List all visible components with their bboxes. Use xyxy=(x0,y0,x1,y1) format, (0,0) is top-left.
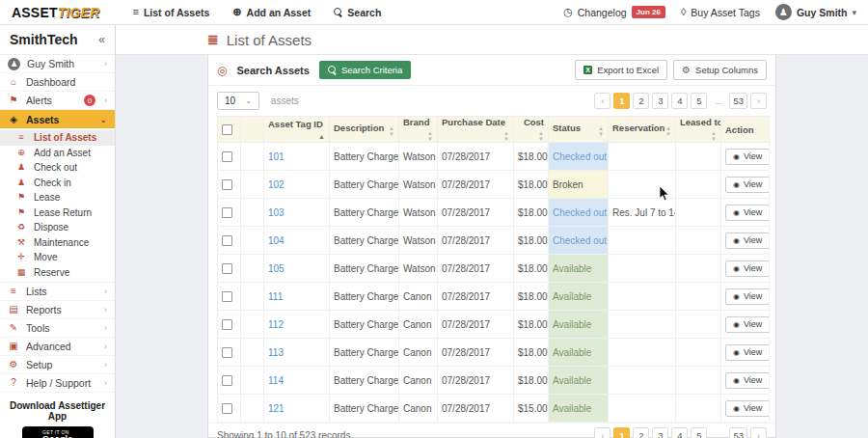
setup-columns-button[interactable]: ⚙ Setup Columns xyxy=(673,60,767,80)
row-checkbox[interactable] xyxy=(222,375,232,386)
asset-tag-link[interactable]: 114 xyxy=(268,375,284,386)
pagination-page-4[interactable]: 4 xyxy=(671,427,688,438)
view-button[interactable]: ◉View xyxy=(725,400,770,417)
column-header-cb[interactable] xyxy=(218,117,241,143)
export-to-excel-button[interactable]: X Export to Excel xyxy=(575,60,667,80)
pagination-next-button[interactable]: › xyxy=(750,93,767,109)
sidebar-item-list-of-assets[interactable]: ≡List of Assets xyxy=(0,130,115,146)
app-logo[interactable]: ASSETTIGER xyxy=(12,5,99,20)
cell-description: Battery Charger xyxy=(330,311,399,339)
sidebar-item-guy-smith[interactable]: ♟Guy Smith› xyxy=(0,55,115,73)
row-checkbox[interactable] xyxy=(222,207,232,218)
sidebar-item-dispose[interactable]: ♻Dispose xyxy=(0,220,115,235)
column-header-leased_to[interactable]: Leased to▲▼ xyxy=(676,117,721,143)
row-checkbox[interactable] xyxy=(222,235,232,246)
pagination-page-53[interactable]: 53 xyxy=(729,427,747,438)
pagination-page-1[interactable]: 1 xyxy=(613,93,630,109)
pagination-page-53[interactable]: 53 xyxy=(729,93,747,109)
asset-tag-link[interactable]: 101 xyxy=(268,151,285,162)
pagination-page-1[interactable]: 1 xyxy=(613,427,630,438)
sidebar-item-lists[interactable]: ≡Lists› xyxy=(0,283,115,301)
view-button[interactable]: ◉View xyxy=(725,149,770,165)
view-button[interactable]: ◉View xyxy=(725,316,770,333)
pagination-page-2[interactable]: 2 xyxy=(633,427,649,438)
asset-tag-link[interactable]: 104 xyxy=(268,235,285,246)
topnav-item-add-an-asset[interactable]: ⊕Add an Asset xyxy=(232,7,311,18)
column-header-photo[interactable] xyxy=(241,117,264,143)
list-icon: ≣ xyxy=(207,32,219,47)
sidebar-item-alerts[interactable]: ⚑Alerts0› xyxy=(0,92,115,110)
view-button[interactable]: ◉View xyxy=(725,288,770,305)
sidebar-item-move[interactable]: ✛Move xyxy=(0,250,115,265)
topnav-item-list-of-assets[interactable]: ≡List of Assets xyxy=(132,7,209,18)
sidebar-item-label: Lease Return xyxy=(34,207,107,218)
page-size-select[interactable]: 10 ⌄ xyxy=(217,92,259,110)
sidebar-item-help-support[interactable]: ?Help / Support› xyxy=(0,374,115,393)
sidebar-item-add-an-asset[interactable]: ⊕Add an Asset xyxy=(0,146,115,161)
row-checkbox[interactable] xyxy=(222,291,232,302)
row-checkbox[interactable] xyxy=(222,179,232,190)
asset-tag-link[interactable]: 103 xyxy=(268,207,285,218)
column-header-action[interactable]: Action xyxy=(721,117,770,143)
asset-tag-link[interactable]: 105 xyxy=(268,263,285,274)
pagination-page-5[interactable]: 5 xyxy=(691,93,707,109)
asset-tag-link[interactable]: 112 xyxy=(268,319,284,330)
buy-asset-tags-button[interactable]: ◊ Buy Asset Tags xyxy=(681,7,760,18)
topnav-item-search[interactable]: Search xyxy=(334,7,381,18)
changelog-button[interactable]: ◷ Changelog Jun 26 xyxy=(563,6,665,18)
sidebar-item-advanced[interactable]: ▣Advanced› xyxy=(0,338,115,356)
sidebar-item-check-out[interactable]: ♟Check out xyxy=(0,160,115,176)
column-header-status[interactable]: Status▲▼ xyxy=(549,117,609,143)
view-button[interactable]: ◉View xyxy=(725,372,770,389)
sidebar-item-reserve[interactable]: ▦Reserve xyxy=(0,265,115,281)
pin-icon: ◎ xyxy=(217,64,227,77)
view-button[interactable]: ◉View xyxy=(725,233,770,249)
sidebar-item-dashboard[interactable]: ⌂Dashboard xyxy=(0,73,115,92)
pagination-page-4[interactable]: 4 xyxy=(671,93,688,109)
asset-tag-link[interactable]: 102 xyxy=(268,179,285,190)
sidebar-item-reports[interactable]: ▤Reports› xyxy=(0,301,115,319)
cell-leased-to xyxy=(676,311,721,339)
asset-tag-link[interactable]: 121 xyxy=(268,403,285,414)
column-header-purchase_date[interactable]: Purchase Date▲▼ xyxy=(438,117,514,143)
pagination-next-button[interactable]: › xyxy=(750,427,767,438)
sidebar-item-maintenance[interactable]: ⚒Maintenance xyxy=(0,235,115,251)
view-button[interactable]: ◉View xyxy=(725,260,770,277)
column-header-reservation[interactable]: Reservation▲▼ xyxy=(609,117,676,143)
row-checkbox[interactable] xyxy=(222,403,232,414)
sidebar-item-assets[interactable]: ◈Assets⌄ xyxy=(0,110,115,128)
sidebar-item-lease-return[interactable]: ⚑Lease Return xyxy=(0,205,115,221)
column-header-description[interactable]: Description▲▼ xyxy=(330,117,399,143)
view-button[interactable]: ◉View xyxy=(725,177,770,193)
pagination-page-5[interactable]: 5 xyxy=(691,427,707,438)
asset-tag-link[interactable]: 113 xyxy=(268,347,284,358)
search-criteria-button[interactable]: Search Criteria xyxy=(319,61,411,79)
row-checkbox[interactable] xyxy=(222,319,232,330)
table-row-asset-113: 113Battery ChargerCanon07/28/2017$18.00A… xyxy=(218,339,770,367)
cell-action: ◉View xyxy=(721,395,770,423)
column-header-cost[interactable]: Cost▲▼ xyxy=(514,117,549,143)
sidebar-item-setup[interactable]: ⚙Setup› xyxy=(0,356,115,374)
column-header-tag[interactable]: Asset Tag ID▲ xyxy=(264,117,330,143)
collapse-sidebar-icon[interactable]: « xyxy=(98,33,105,46)
sidebar-item-check-in[interactable]: ♟Check in xyxy=(0,176,115,191)
pagination-page-2[interactable]: 2 xyxy=(633,93,649,109)
cell-asset-tag: 105 xyxy=(264,255,330,283)
view-button[interactable]: ◉View xyxy=(725,344,770,361)
pagination-prev-button[interactable]: ‹ xyxy=(594,93,610,109)
buy-asset-tags-label: Buy Asset Tags xyxy=(691,7,760,18)
sidebar-item-lease[interactable]: ⚑Lease xyxy=(0,190,115,205)
row-checkbox[interactable] xyxy=(222,347,232,358)
row-checkbox[interactable] xyxy=(222,151,232,162)
pagination-page-3[interactable]: 3 xyxy=(652,93,668,109)
select-all-checkbox[interactable] xyxy=(222,124,232,135)
column-header-brand[interactable]: Brand▲▼ xyxy=(399,117,438,143)
row-checkbox[interactable] xyxy=(222,263,232,274)
sidebar-item-tools[interactable]: ✎Tools› xyxy=(0,319,115,338)
asset-tag-link[interactable]: 111 xyxy=(268,291,283,302)
pagination-page-3[interactable]: 3 xyxy=(652,427,668,438)
google-play-badge[interactable]: GET IT ON Google Play xyxy=(22,426,94,438)
view-button[interactable]: ◉View xyxy=(725,205,770,221)
user-menu[interactable]: ♟ Guy Smith ▾ xyxy=(775,4,856,20)
pagination-prev-button[interactable]: ‹ xyxy=(594,427,610,438)
